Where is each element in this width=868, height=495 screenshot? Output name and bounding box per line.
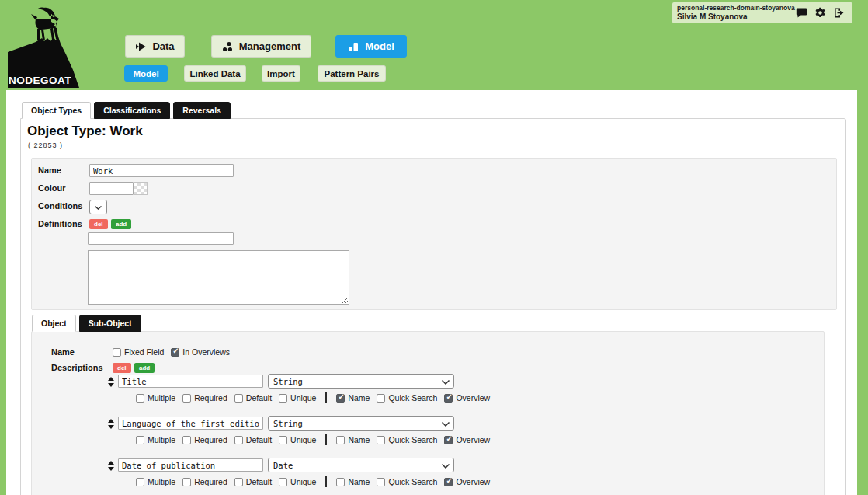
fixed-field-label: Fixed Field xyxy=(124,347,164,357)
default-checkbox[interactable] xyxy=(234,394,243,403)
nav-management-button[interactable]: Management xyxy=(211,35,311,58)
default-checkbox[interactable] xyxy=(234,478,243,486)
name-label: Name xyxy=(38,166,61,175)
in-overviews-label: In Overviews xyxy=(182,347,230,357)
option-default[interactable]: Default xyxy=(234,477,272,486)
quick-search-checkbox[interactable] xyxy=(377,478,385,486)
option-name[interactable]: Name xyxy=(336,477,370,486)
option-unique[interactable]: Unique xyxy=(279,435,316,444)
sort-handle-icon[interactable] xyxy=(108,419,115,429)
name-input[interactable] xyxy=(89,164,234,177)
chevron-down-icon xyxy=(442,422,450,427)
multiple-checkbox[interactable] xyxy=(136,478,144,486)
chevron-down-icon xyxy=(442,380,450,385)
object-name-options: Fixed Field In Overviews xyxy=(113,347,230,357)
quick-search-checkbox[interactable] xyxy=(377,436,385,444)
description-type-select[interactable]: Date xyxy=(268,458,454,472)
description-type-select[interactable]: String xyxy=(268,416,454,431)
tab-sub-object[interactable]: Sub-Object xyxy=(79,315,141,332)
option-multiple[interactable]: Multiple xyxy=(136,477,175,486)
required-checkbox[interactable] xyxy=(182,394,191,403)
sort-handle-icon[interactable] xyxy=(108,377,115,387)
option-overview[interactable]: Overview xyxy=(444,393,490,403)
overview-checkbox[interactable] xyxy=(444,478,453,486)
description-name-input[interactable] xyxy=(118,417,263,430)
definition-textarea[interactable] xyxy=(88,250,349,305)
description-type-value: String xyxy=(273,419,303,428)
nav-model-button[interactable]: Model xyxy=(335,35,407,58)
description-type-value: String xyxy=(273,377,303,386)
subnav-import-button[interactable]: Import xyxy=(262,65,300,82)
nav-data-button[interactable]: Data xyxy=(125,35,185,58)
colour-swatch[interactable] xyxy=(134,182,148,195)
tab-reversals[interactable]: Reversals xyxy=(173,102,231,119)
option-quick-search[interactable]: Quick Search xyxy=(377,393,437,403)
fixed-field-checkbox[interactable] xyxy=(113,348,121,357)
unique-checkbox[interactable] xyxy=(279,394,287,403)
quick-search-checkbox[interactable] xyxy=(377,394,385,403)
definitions-del-button[interactable]: del xyxy=(89,219,108,229)
overview-checkbox[interactable] xyxy=(444,394,453,403)
option-name[interactable]: Name xyxy=(336,435,370,444)
description-type-select[interactable]: String xyxy=(268,374,454,389)
description-name-input[interactable] xyxy=(118,375,263,388)
page-body: Object Types Classifications Reversals O… xyxy=(6,90,857,495)
tab-object-label: Object xyxy=(41,319,67,328)
subnav-linked-data-button[interactable]: Linked Data xyxy=(184,65,246,82)
option-quick-search[interactable]: Quick Search xyxy=(377,435,437,444)
multiple-checkbox[interactable] xyxy=(136,394,144,403)
default-checkbox[interactable] xyxy=(234,436,243,444)
messages-icon[interactable] xyxy=(796,7,807,19)
required-checkbox[interactable] xyxy=(182,478,191,486)
option-multiple[interactable]: Multiple xyxy=(136,393,175,403)
page-title: Object Type: Work xyxy=(27,124,143,139)
logout-icon[interactable] xyxy=(833,7,845,19)
sort-handle-icon[interactable] xyxy=(108,461,115,471)
fixed-field-option[interactable]: Fixed Field xyxy=(113,347,164,357)
option-required[interactable]: Required xyxy=(182,477,227,486)
subnav-model-label: Model xyxy=(133,69,158,78)
option-unique[interactable]: Unique xyxy=(279,393,316,403)
description-type-value: Date xyxy=(273,461,293,470)
option-overview[interactable]: Overview xyxy=(444,477,490,486)
option-required[interactable]: Required xyxy=(182,393,227,403)
descriptions-label: Descriptions xyxy=(51,363,103,372)
settings-gear-icon[interactable] xyxy=(814,7,826,19)
option-required[interactable]: Required xyxy=(182,435,227,444)
tab-object-types[interactable]: Object Types xyxy=(22,102,91,119)
logo-text: NODEGOAT xyxy=(9,75,71,86)
unique-checkbox[interactable] xyxy=(279,478,287,486)
description-options: Multiple Required Default Unique Name Qu… xyxy=(136,476,490,487)
description-name-input[interactable] xyxy=(118,458,263,472)
required-checkbox[interactable] xyxy=(182,436,191,444)
definition-name-input[interactable] xyxy=(88,232,234,245)
colour-input[interactable] xyxy=(89,182,134,195)
nodegoat-logo[interactable]: NODEGOAT xyxy=(6,3,82,88)
descriptions-del-button[interactable]: del xyxy=(113,363,131,373)
descriptions-add-button[interactable]: add xyxy=(134,363,155,373)
option-name[interactable]: Name xyxy=(336,393,370,403)
name-checkbox[interactable] xyxy=(336,436,345,444)
option-default[interactable]: Default xyxy=(234,435,272,444)
overview-checkbox[interactable] xyxy=(444,436,453,444)
option-default[interactable]: Default xyxy=(234,393,272,403)
option-quick-search[interactable]: Quick Search xyxy=(377,477,437,486)
definitions-label: Definitions xyxy=(38,219,82,228)
in-overviews-checkbox[interactable] xyxy=(171,348,179,357)
in-overviews-option[interactable]: In Overviews xyxy=(171,347,230,357)
nav-management-label: Management xyxy=(239,40,300,52)
multiple-checkbox[interactable] xyxy=(136,436,144,444)
unique-checkbox[interactable] xyxy=(279,436,287,444)
subnav-model-button[interactable]: Model xyxy=(124,65,168,82)
tab-object[interactable]: Object xyxy=(32,315,76,332)
definitions-add-button[interactable]: add xyxy=(111,219,131,229)
conditions-select[interactable] xyxy=(89,200,107,214)
option-multiple[interactable]: Multiple xyxy=(136,435,175,444)
name-checkbox[interactable] xyxy=(336,478,345,486)
name-checkbox[interactable] xyxy=(336,394,345,403)
subnav-pattern-pairs-button[interactable]: Pattern Pairs xyxy=(318,65,386,82)
tab-classifications[interactable]: Classifications xyxy=(94,102,170,119)
option-unique[interactable]: Unique xyxy=(279,477,316,486)
option-overview[interactable]: Overview xyxy=(444,435,490,444)
user-domain: personal-research-domain-stoyanova xyxy=(677,5,796,12)
